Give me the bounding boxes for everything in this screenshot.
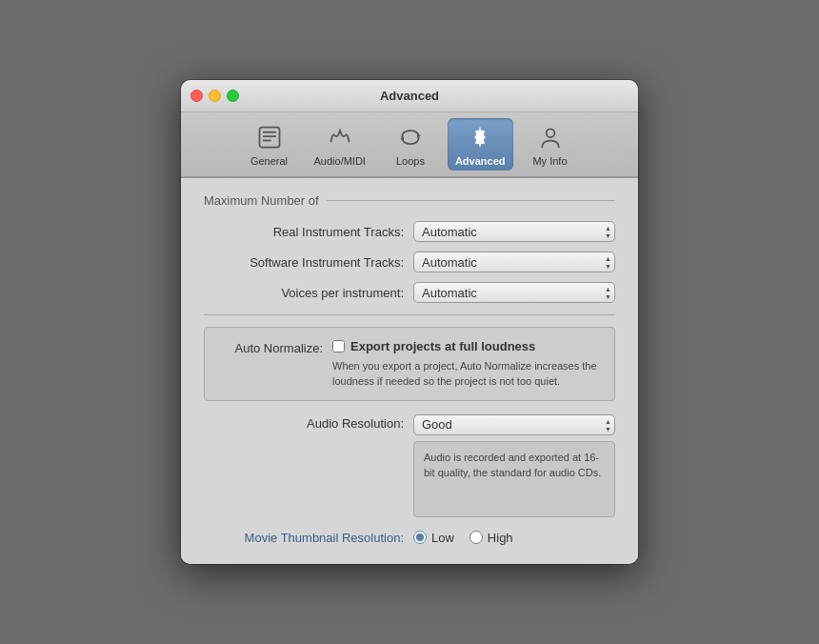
audio-midi-icon [325, 122, 355, 152]
radio-group-thumbnail: Low High [413, 531, 513, 545]
my-info-icon [535, 122, 566, 152]
close-button[interactable] [190, 90, 203, 102]
voices-per-instrument-label: Voices per instrument: [204, 286, 413, 300]
audio-resolution-label: Audio Resolution: [204, 414, 413, 431]
radio-low-input[interactable] [413, 531, 427, 544]
movie-thumbnail-label: Movie Thumbnail Resolution: [204, 531, 413, 545]
svg-point-7 [546, 129, 554, 137]
svg-rect-3 [263, 140, 271, 142]
voices-per-instrument-select[interactable]: Automatic 4 8 16 32 [413, 282, 615, 303]
advanced-icon [465, 122, 495, 152]
loops-icon [395, 122, 426, 152]
title-bar: Advanced [181, 80, 638, 112]
tab-advanced[interactable]: Advanced [448, 118, 513, 171]
audio-resolution-row: Audio Resolution: Good Better Best Audio… [204, 414, 615, 517]
auto-normalize-checkbox-label: Export projects at full loudness [350, 339, 535, 353]
radio-high-label: High [488, 531, 513, 545]
audio-resolution-description: Audio is recorded and exported at 16-bit… [413, 441, 615, 517]
radio-high-input[interactable] [469, 531, 483, 544]
toolbar: General Audio/MIDI Loops [181, 112, 638, 177]
software-instrument-row: Software Instrument Tracks: Automatic 4 … [204, 252, 615, 272]
real-instrument-label: Real Instrument Tracks: [204, 225, 413, 239]
tab-advanced-label: Advanced [455, 155, 506, 167]
window-title: Advanced [380, 89, 439, 103]
tab-my-info-label: My Info [532, 155, 567, 167]
software-instrument-select[interactable]: Automatic 4 8 16 32 [413, 252, 615, 272]
radio-high-option[interactable]: High [469, 531, 513, 545]
audio-resolution-right: Good Better Best Audio is recorded and e… [413, 414, 615, 517]
real-instrument-select-wrapper: Automatic 4 8 16 32 [413, 221, 615, 242]
maximize-button[interactable] [227, 90, 239, 102]
general-icon [254, 122, 285, 152]
section-header-label: Maximum Number of [204, 193, 319, 208]
content-area: Maximum Number of Real Instrument Tracks… [181, 178, 638, 564]
svg-rect-2 [263, 135, 276, 137]
tab-loops[interactable]: Loops [383, 118, 438, 171]
software-instrument-label: Software Instrument Tracks: [204, 255, 413, 270]
main-window: Advanced General Audio/MIDI [181, 80, 638, 564]
audio-resolution-select-wrapper: Good Better Best [413, 414, 615, 435]
tab-audio-midi-label: Audio/MIDI [314, 155, 366, 167]
radio-low-label: Low [431, 531, 454, 545]
voices-per-instrument-select-wrapper: Automatic 4 8 16 32 [413, 282, 615, 303]
separator-1 [204, 314, 615, 315]
tab-loops-label: Loops [396, 155, 425, 167]
movie-thumbnail-row: Movie Thumbnail Resolution: Low High [204, 531, 615, 545]
real-instrument-select[interactable]: Automatic 4 8 16 32 [413, 221, 615, 242]
auto-normalize-section: Auto Normalize: Export projects at full … [204, 327, 615, 401]
auto-normalize-label: Auto Normalize: [218, 339, 332, 355]
tab-general-label: General [250, 155, 288, 167]
section-divider [327, 200, 615, 201]
tab-audio-midi[interactable]: Audio/MIDI [307, 118, 373, 171]
software-instrument-select-wrapper: Automatic 4 8 16 32 [413, 252, 615, 272]
auto-normalize-checkbox[interactable] [332, 340, 345, 352]
tab-my-info[interactable]: My Info [523, 118, 578, 171]
minimize-button[interactable] [209, 90, 221, 102]
voices-per-instrument-row: Voices per instrument: Automatic 4 8 16 … [204, 282, 615, 303]
auto-normalize-content: Export projects at full loudness When yo… [332, 339, 601, 389]
real-instrument-row: Real Instrument Tracks: Automatic 4 8 16… [204, 221, 615, 242]
section-header: Maximum Number of [204, 193, 615, 208]
auto-normalize-description: When you export a project, Auto Normaliz… [332, 359, 601, 389]
tab-general[interactable]: General [242, 118, 297, 171]
audio-resolution-select[interactable]: Good Better Best [413, 414, 615, 435]
window-controls [190, 90, 239, 102]
auto-normalize-top: Export projects at full loudness [332, 339, 601, 353]
svg-rect-1 [263, 131, 276, 133]
radio-low-option[interactable]: Low [413, 531, 454, 545]
